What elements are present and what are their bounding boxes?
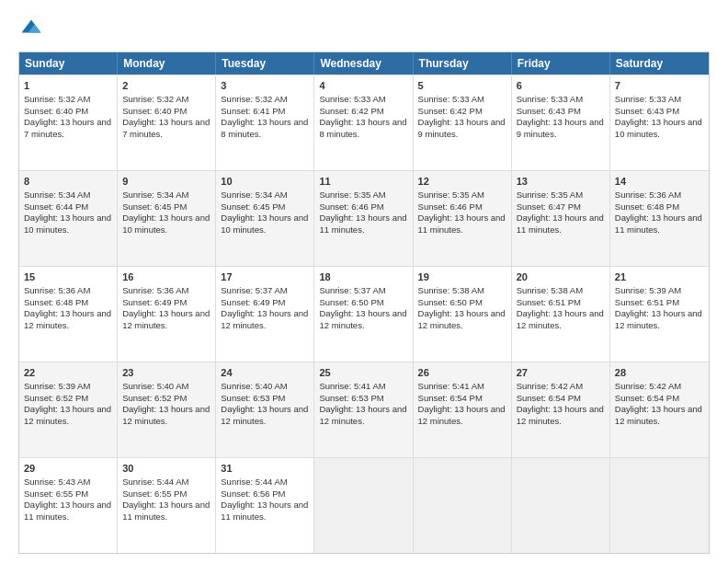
day-cell-9: 9 Sunrise: 5:34 AM Sunset: 6:45 PM Dayli… bbox=[118, 171, 216, 266]
day-header-thursday: Thursday bbox=[414, 52, 512, 75]
sunset-label: Sunset: 6:46 PM bbox=[418, 201, 483, 212]
daylight-label: Daylight: 13 hours and 11 minutes. bbox=[122, 500, 210, 522]
day-number: 31 bbox=[221, 462, 309, 476]
calendar: SundayMondayTuesdayWednesdayThursdayFrid… bbox=[18, 52, 710, 554]
daylight-label: Daylight: 13 hours and 12 minutes. bbox=[517, 404, 604, 426]
sunset-label: Sunset: 6:53 PM bbox=[221, 393, 285, 403]
day-number: 22 bbox=[24, 366, 112, 380]
sunrise-label: Sunrise: 5:39 AM bbox=[615, 285, 681, 295]
day-cell-24: 24 Sunrise: 5:40 AM Sunset: 6:53 PM Dayl… bbox=[216, 362, 314, 457]
day-number: 17 bbox=[221, 270, 309, 284]
sunrise-label: Sunrise: 5:37 AM bbox=[319, 285, 385, 295]
sunset-label: Sunset: 6:44 PM bbox=[24, 201, 88, 212]
sunrise-label: Sunrise: 5:39 AM bbox=[24, 381, 90, 391]
daylight-label: Daylight: 13 hours and 7 minutes. bbox=[122, 117, 210, 139]
sunset-label: Sunset: 6:53 PM bbox=[319, 393, 383, 403]
daylight-label: Daylight: 13 hours and 11 minutes. bbox=[221, 500, 308, 522]
day-cell-13: 13 Sunrise: 5:35 AM Sunset: 6:47 PM Dayl… bbox=[512, 171, 610, 266]
day-cell-2: 2 Sunrise: 5:32 AM Sunset: 6:40 PM Dayli… bbox=[118, 75, 216, 170]
day-number: 8 bbox=[24, 175, 112, 189]
day-cell-3: 3 Sunrise: 5:32 AM Sunset: 6:41 PM Dayli… bbox=[216, 75, 314, 170]
calendar-week-5: 29 Sunrise: 5:43 AM Sunset: 6:55 PM Dayl… bbox=[19, 457, 709, 553]
sunrise-label: Sunrise: 5:35 AM bbox=[319, 190, 385, 200]
sunrise-label: Sunrise: 5:32 AM bbox=[122, 94, 188, 104]
daylight-label: Daylight: 13 hours and 12 minutes. bbox=[418, 308, 506, 330]
sunrise-label: Sunrise: 5:35 AM bbox=[418, 190, 484, 200]
day-header-sunday: Sunday bbox=[19, 52, 118, 75]
day-number: 19 bbox=[418, 270, 506, 284]
day-header-wednesday: Wednesday bbox=[314, 52, 413, 75]
sunset-label: Sunset: 6:42 PM bbox=[418, 106, 483, 116]
day-header-friday: Friday bbox=[512, 52, 610, 75]
daylight-label: Daylight: 13 hours and 12 minutes. bbox=[221, 308, 308, 330]
sunrise-label: Sunrise: 5:33 AM bbox=[615, 94, 681, 104]
day-cell-27: 27 Sunrise: 5:42 AM Sunset: 6:54 PM Dayl… bbox=[512, 362, 610, 457]
daylight-label: Daylight: 13 hours and 12 minutes. bbox=[24, 308, 111, 330]
daylight-label: Daylight: 13 hours and 12 minutes. bbox=[418, 404, 506, 426]
day-cell-30: 30 Sunrise: 5:44 AM Sunset: 6:55 PM Dayl… bbox=[118, 458, 216, 553]
day-cell-4: 4 Sunrise: 5:33 AM Sunset: 6:42 PM Dayli… bbox=[314, 75, 413, 170]
day-cell-28: 28 Sunrise: 5:42 AM Sunset: 6:54 PM Dayl… bbox=[610, 362, 709, 457]
daylight-label: Daylight: 13 hours and 10 minutes. bbox=[24, 213, 111, 235]
sunset-label: Sunset: 6:54 PM bbox=[517, 393, 581, 403]
sunrise-label: Sunrise: 5:32 AM bbox=[24, 94, 90, 104]
sunset-label: Sunset: 6:55 PM bbox=[122, 488, 187, 499]
day-number: 20 bbox=[517, 270, 605, 284]
daylight-label: Daylight: 13 hours and 11 minutes. bbox=[319, 213, 406, 235]
day-cell-6: 6 Sunrise: 5:33 AM Sunset: 6:43 PM Dayli… bbox=[512, 75, 610, 170]
day-cell-15: 15 Sunrise: 5:36 AM Sunset: 6:48 PM Dayl… bbox=[19, 267, 118, 362]
day-cell-19: 19 Sunrise: 5:38 AM Sunset: 6:50 PM Dayl… bbox=[414, 267, 512, 362]
calendar-week-1: 1 Sunrise: 5:32 AM Sunset: 6:40 PM Dayli… bbox=[19, 75, 709, 170]
sunrise-label: Sunrise: 5:38 AM bbox=[517, 285, 583, 295]
daylight-label: Daylight: 13 hours and 12 minutes. bbox=[319, 404, 406, 426]
day-number: 29 bbox=[24, 462, 112, 476]
calendar-week-4: 22 Sunrise: 5:39 AM Sunset: 6:52 PM Dayl… bbox=[19, 362, 709, 457]
sunrise-label: Sunrise: 5:40 AM bbox=[122, 381, 188, 391]
page: SundayMondayTuesdayWednesdayThursdayFrid… bbox=[0, 0, 728, 563]
sunrise-label: Sunrise: 5:32 AM bbox=[221, 94, 287, 104]
sunrise-label: Sunrise: 5:44 AM bbox=[122, 477, 188, 487]
daylight-label: Daylight: 13 hours and 8 minutes. bbox=[221, 117, 308, 139]
sunset-label: Sunset: 6:54 PM bbox=[418, 393, 483, 403]
daylight-label: Daylight: 13 hours and 11 minutes. bbox=[517, 213, 604, 235]
sunset-label: Sunset: 6:54 PM bbox=[615, 393, 679, 403]
sunrise-label: Sunrise: 5:33 AM bbox=[319, 94, 385, 104]
day-number: 6 bbox=[517, 79, 605, 93]
sunset-label: Sunset: 6:48 PM bbox=[24, 297, 88, 307]
sunrise-label: Sunrise: 5:40 AM bbox=[221, 381, 287, 391]
day-number: 23 bbox=[122, 366, 210, 380]
sunrise-label: Sunrise: 5:36 AM bbox=[24, 285, 90, 295]
day-cell-14: 14 Sunrise: 5:36 AM Sunset: 6:48 PM Dayl… bbox=[610, 171, 709, 266]
day-number: 1 bbox=[24, 79, 112, 93]
sunrise-label: Sunrise: 5:44 AM bbox=[221, 477, 287, 487]
daylight-label: Daylight: 13 hours and 12 minutes. bbox=[24, 404, 111, 426]
sunset-label: Sunset: 6:43 PM bbox=[615, 106, 679, 116]
sunrise-label: Sunrise: 5:35 AM bbox=[517, 190, 583, 200]
daylight-label: Daylight: 13 hours and 12 minutes. bbox=[122, 404, 210, 426]
sunrise-label: Sunrise: 5:36 AM bbox=[615, 190, 681, 200]
daylight-label: Daylight: 13 hours and 10 minutes. bbox=[615, 117, 702, 139]
daylight-label: Daylight: 13 hours and 12 minutes. bbox=[615, 404, 702, 426]
daylight-label: Daylight: 13 hours and 11 minutes. bbox=[418, 213, 506, 235]
sunset-label: Sunset: 6:51 PM bbox=[615, 297, 679, 307]
daylight-label: Daylight: 13 hours and 11 minutes. bbox=[615, 213, 702, 235]
day-number: 18 bbox=[319, 270, 407, 284]
sunset-label: Sunset: 6:45 PM bbox=[122, 201, 187, 212]
day-cell-21: 21 Sunrise: 5:39 AM Sunset: 6:51 PM Dayl… bbox=[610, 267, 709, 362]
sunrise-label: Sunrise: 5:42 AM bbox=[517, 381, 583, 391]
day-number: 26 bbox=[418, 366, 506, 380]
sunset-label: Sunset: 6:49 PM bbox=[122, 297, 187, 307]
sunrise-label: Sunrise: 5:38 AM bbox=[418, 285, 484, 295]
sunset-label: Sunset: 6:50 PM bbox=[319, 297, 383, 307]
daylight-label: Daylight: 13 hours and 12 minutes. bbox=[517, 308, 604, 330]
day-cell-11: 11 Sunrise: 5:35 AM Sunset: 6:46 PM Dayl… bbox=[314, 171, 413, 266]
sunrise-label: Sunrise: 5:34 AM bbox=[24, 190, 90, 200]
day-number: 14 bbox=[615, 175, 704, 189]
day-number: 7 bbox=[615, 79, 704, 93]
sunrise-label: Sunrise: 5:33 AM bbox=[517, 94, 583, 104]
empty-cell bbox=[314, 458, 413, 553]
sunset-label: Sunset: 6:45 PM bbox=[221, 201, 285, 212]
day-cell-29: 29 Sunrise: 5:43 AM Sunset: 6:55 PM Dayl… bbox=[19, 458, 118, 553]
day-number: 30 bbox=[122, 462, 210, 476]
day-cell-5: 5 Sunrise: 5:33 AM Sunset: 6:42 PM Dayli… bbox=[414, 75, 512, 170]
